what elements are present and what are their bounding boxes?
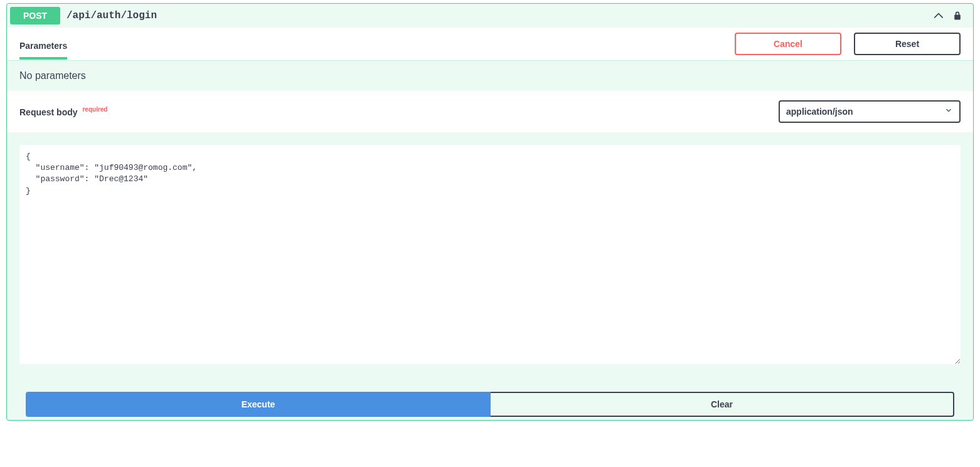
tab-action-buttons: Cancel Reset xyxy=(735,33,961,55)
content-type-select[interactable]: application/json xyxy=(779,100,961,123)
request-body-title: Request body required xyxy=(19,106,107,117)
lock-icon[interactable] xyxy=(951,9,964,22)
chevron-up-icon[interactable] xyxy=(932,9,945,22)
endpoint-path: /api/auth/login xyxy=(60,10,932,21)
reset-button[interactable]: Reset xyxy=(854,33,961,55)
execute-button[interactable]: Execute xyxy=(26,392,491,417)
request-body-textarea[interactable] xyxy=(19,145,961,364)
request-body-header: Request body required application/json xyxy=(7,91,973,132)
tab-parameters[interactable]: Parameters xyxy=(19,34,67,60)
header-controls xyxy=(932,9,970,22)
operation-summary[interactable]: POST /api/auth/login xyxy=(7,4,973,28)
content-type-wrapper: application/json xyxy=(779,100,961,123)
request-body-label: Request body xyxy=(19,107,78,117)
required-badge: required xyxy=(80,106,107,113)
clear-button[interactable]: Clear xyxy=(491,392,954,417)
http-method-badge: POST xyxy=(10,7,60,24)
action-row: Execute Clear xyxy=(7,379,973,420)
no-parameters-text: No parameters xyxy=(7,61,973,91)
request-body-area xyxy=(7,132,973,379)
cancel-button[interactable]: Cancel xyxy=(735,33,841,55)
parameters-tab-row: Parameters Cancel Reset xyxy=(7,28,973,61)
api-operation-block: POST /api/auth/login Parameters Cancel R… xyxy=(6,3,974,421)
